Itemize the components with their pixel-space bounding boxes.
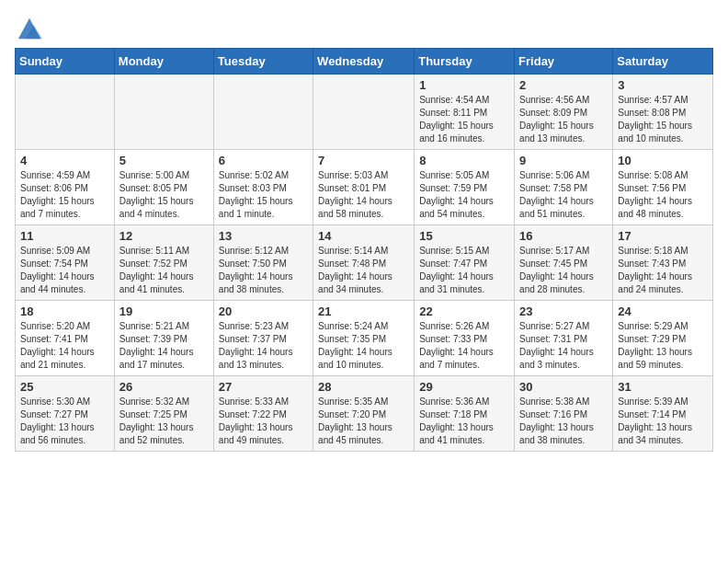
day-info: Sunrise: 5:03 AMSunset: 8:01 PMDaylight:… xyxy=(318,169,409,221)
day-number: 2 xyxy=(519,78,608,92)
day-info: Sunrise: 4:59 AMSunset: 8:06 PMDaylight:… xyxy=(20,169,109,221)
day-of-week-header: Wednesday xyxy=(313,49,415,75)
day-info: Sunrise: 5:26 AMSunset: 7:33 PMDaylight:… xyxy=(419,320,509,372)
calendar-cell: 15Sunrise: 5:15 AMSunset: 7:47 PMDayligh… xyxy=(415,225,515,301)
calendar-cell: 18Sunrise: 5:20 AMSunset: 7:41 PMDayligh… xyxy=(16,301,115,376)
day-number: 17 xyxy=(618,229,708,243)
calendar-cell: 19Sunrise: 5:21 AMSunset: 7:39 PMDayligh… xyxy=(114,301,213,376)
day-info: Sunrise: 4:54 AMSunset: 8:11 PMDaylight:… xyxy=(419,94,509,145)
day-info: Sunrise: 5:27 AMSunset: 7:31 PMDaylight:… xyxy=(519,320,608,372)
day-number: 12 xyxy=(119,229,209,243)
day-info: Sunrise: 5:17 AMSunset: 7:45 PMDaylight:… xyxy=(519,245,608,296)
calendar-cell: 17Sunrise: 5:18 AMSunset: 7:43 PMDayligh… xyxy=(613,225,713,301)
day-number: 29 xyxy=(419,380,509,394)
calendar-cell: 31Sunrise: 5:39 AMSunset: 7:14 PMDayligh… xyxy=(613,376,713,452)
calendar-cell: 9Sunrise: 5:06 AMSunset: 7:58 PMDaylight… xyxy=(515,150,613,225)
day-info: Sunrise: 5:21 AMSunset: 7:39 PMDaylight:… xyxy=(119,320,209,372)
day-number: 8 xyxy=(419,154,509,167)
day-number: 7 xyxy=(318,154,409,167)
calendar-cell: 22Sunrise: 5:26 AMSunset: 7:33 PMDayligh… xyxy=(415,301,515,376)
day-number: 13 xyxy=(219,229,308,243)
day-number: 18 xyxy=(20,304,109,318)
day-number: 5 xyxy=(119,154,209,167)
calendar-cell xyxy=(313,75,415,150)
day-number: 16 xyxy=(519,229,608,243)
calendar-week-row: 1Sunrise: 4:54 AMSunset: 8:11 PMDaylight… xyxy=(16,75,713,150)
day-info: Sunrise: 4:56 AMSunset: 8:09 PMDaylight:… xyxy=(519,94,608,145)
logo-icon xyxy=(17,15,42,40)
calendar-cell: 28Sunrise: 5:35 AMSunset: 7:20 PMDayligh… xyxy=(313,376,415,452)
day-number: 25 xyxy=(20,380,109,394)
day-info: Sunrise: 5:08 AMSunset: 7:56 PMDaylight:… xyxy=(618,169,708,221)
day-info: Sunrise: 5:06 AMSunset: 7:58 PMDaylight:… xyxy=(519,169,608,221)
calendar-cell: 13Sunrise: 5:12 AMSunset: 7:50 PMDayligh… xyxy=(213,225,313,301)
day-number: 15 xyxy=(419,229,509,243)
calendar-cell: 25Sunrise: 5:30 AMSunset: 7:27 PMDayligh… xyxy=(16,376,115,452)
calendar-cell: 8Sunrise: 5:05 AMSunset: 7:59 PMDaylight… xyxy=(415,150,515,225)
calendar-week-row: 18Sunrise: 5:20 AMSunset: 7:41 PMDayligh… xyxy=(16,301,713,376)
day-info: Sunrise: 5:18 AMSunset: 7:43 PMDaylight:… xyxy=(618,245,708,296)
calendar-cell: 4Sunrise: 4:59 AMSunset: 8:06 PMDaylight… xyxy=(16,150,115,225)
day-number: 28 xyxy=(318,380,409,394)
day-number: 1 xyxy=(419,78,509,92)
calendar-cell xyxy=(114,75,213,150)
calendar-cell: 14Sunrise: 5:14 AMSunset: 7:48 PMDayligh… xyxy=(313,225,415,301)
day-info: Sunrise: 5:23 AMSunset: 7:37 PMDaylight:… xyxy=(219,320,308,372)
logo xyxy=(15,15,42,40)
calendar-header-row: SundayMondayTuesdayWednesdayThursdayFrid… xyxy=(16,49,713,75)
calendar-cell: 30Sunrise: 5:38 AMSunset: 7:16 PMDayligh… xyxy=(515,376,613,452)
day-info: Sunrise: 5:14 AMSunset: 7:48 PMDaylight:… xyxy=(318,245,409,296)
day-of-week-header: Sunday xyxy=(16,49,115,75)
day-number: 4 xyxy=(20,154,109,167)
day-info: Sunrise: 5:15 AMSunset: 7:47 PMDaylight:… xyxy=(419,245,509,296)
day-number: 24 xyxy=(618,304,708,318)
day-info: Sunrise: 5:24 AMSunset: 7:35 PMDaylight:… xyxy=(318,320,409,372)
day-info: Sunrise: 5:02 AMSunset: 8:03 PMDaylight:… xyxy=(219,169,308,221)
day-number: 19 xyxy=(119,304,209,318)
day-of-week-header: Thursday xyxy=(415,49,515,75)
day-info: Sunrise: 5:36 AMSunset: 7:18 PMDaylight:… xyxy=(419,396,509,447)
day-info: Sunrise: 5:05 AMSunset: 7:59 PMDaylight:… xyxy=(419,169,509,221)
day-info: Sunrise: 5:32 AMSunset: 7:25 PMDaylight:… xyxy=(119,396,209,447)
calendar-cell: 3Sunrise: 4:57 AMSunset: 8:08 PMDaylight… xyxy=(613,75,713,150)
calendar-cell: 21Sunrise: 5:24 AMSunset: 7:35 PMDayligh… xyxy=(313,301,415,376)
calendar-cell: 5Sunrise: 5:00 AMSunset: 8:05 PMDaylight… xyxy=(114,150,213,225)
day-number: 3 xyxy=(618,78,708,92)
day-of-week-header: Friday xyxy=(515,49,613,75)
day-number: 9 xyxy=(519,154,608,167)
day-info: Sunrise: 5:12 AMSunset: 7:50 PMDaylight:… xyxy=(219,245,308,296)
day-info: Sunrise: 4:57 AMSunset: 8:08 PMDaylight:… xyxy=(618,94,708,145)
day-number: 11 xyxy=(20,229,109,243)
calendar-cell: 23Sunrise: 5:27 AMSunset: 7:31 PMDayligh… xyxy=(515,301,613,376)
day-number: 30 xyxy=(519,380,608,394)
calendar-cell: 29Sunrise: 5:36 AMSunset: 7:18 PMDayligh… xyxy=(415,376,515,452)
day-number: 22 xyxy=(419,304,509,318)
calendar-cell: 27Sunrise: 5:33 AMSunset: 7:22 PMDayligh… xyxy=(213,376,313,452)
calendar-cell: 26Sunrise: 5:32 AMSunset: 7:25 PMDayligh… xyxy=(114,376,213,452)
day-number: 6 xyxy=(219,154,308,167)
day-of-week-header: Saturday xyxy=(613,49,713,75)
day-number: 14 xyxy=(318,229,409,243)
day-number: 26 xyxy=(119,380,209,394)
day-number: 10 xyxy=(618,154,708,167)
day-info: Sunrise: 5:00 AMSunset: 8:05 PMDaylight:… xyxy=(119,169,209,221)
day-number: 31 xyxy=(618,380,708,394)
day-info: Sunrise: 5:09 AMSunset: 7:54 PMDaylight:… xyxy=(20,245,109,296)
day-info: Sunrise: 5:38 AMSunset: 7:16 PMDaylight:… xyxy=(519,396,608,447)
calendar-cell: 20Sunrise: 5:23 AMSunset: 7:37 PMDayligh… xyxy=(213,301,313,376)
day-number: 23 xyxy=(519,304,608,318)
day-info: Sunrise: 5:30 AMSunset: 7:27 PMDaylight:… xyxy=(20,396,109,447)
day-info: Sunrise: 5:39 AMSunset: 7:14 PMDaylight:… xyxy=(618,396,708,447)
day-of-week-header: Tuesday xyxy=(213,49,313,75)
calendar-cell: 10Sunrise: 5:08 AMSunset: 7:56 PMDayligh… xyxy=(613,150,713,225)
calendar-week-row: 11Sunrise: 5:09 AMSunset: 7:54 PMDayligh… xyxy=(16,225,713,301)
day-info: Sunrise: 5:11 AMSunset: 7:52 PMDaylight:… xyxy=(119,245,209,296)
calendar-cell xyxy=(213,75,313,150)
calendar-cell: 16Sunrise: 5:17 AMSunset: 7:45 PMDayligh… xyxy=(515,225,613,301)
calendar-week-row: 4Sunrise: 4:59 AMSunset: 8:06 PMDaylight… xyxy=(16,150,713,225)
calendar-cell: 24Sunrise: 5:29 AMSunset: 7:29 PMDayligh… xyxy=(613,301,713,376)
calendar-cell: 1Sunrise: 4:54 AMSunset: 8:11 PMDaylight… xyxy=(415,75,515,150)
calendar-cell: 6Sunrise: 5:02 AMSunset: 8:03 PMDaylight… xyxy=(213,150,313,225)
day-of-week-header: Monday xyxy=(114,49,213,75)
day-info: Sunrise: 5:29 AMSunset: 7:29 PMDaylight:… xyxy=(618,320,708,372)
